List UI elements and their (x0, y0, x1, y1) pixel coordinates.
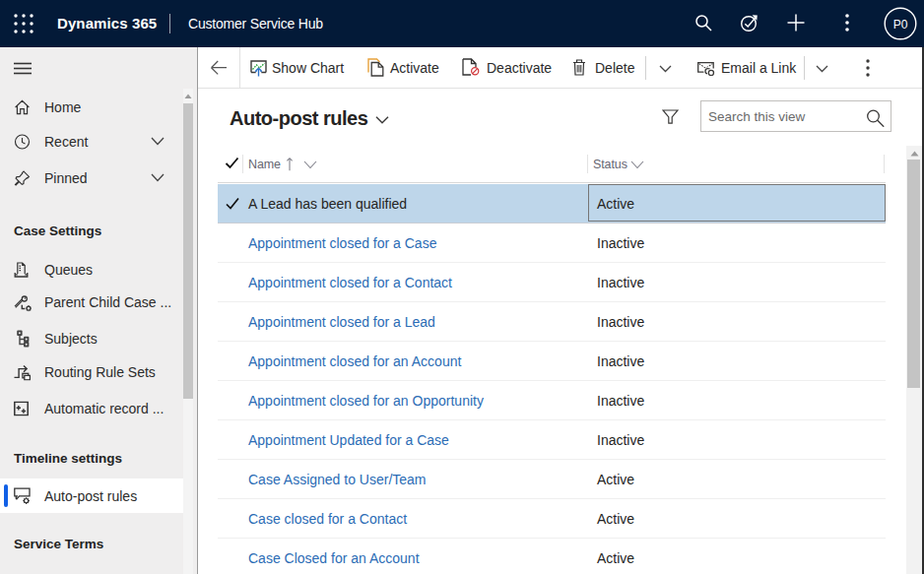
svg-text:P0: P0 (893, 18, 908, 32)
